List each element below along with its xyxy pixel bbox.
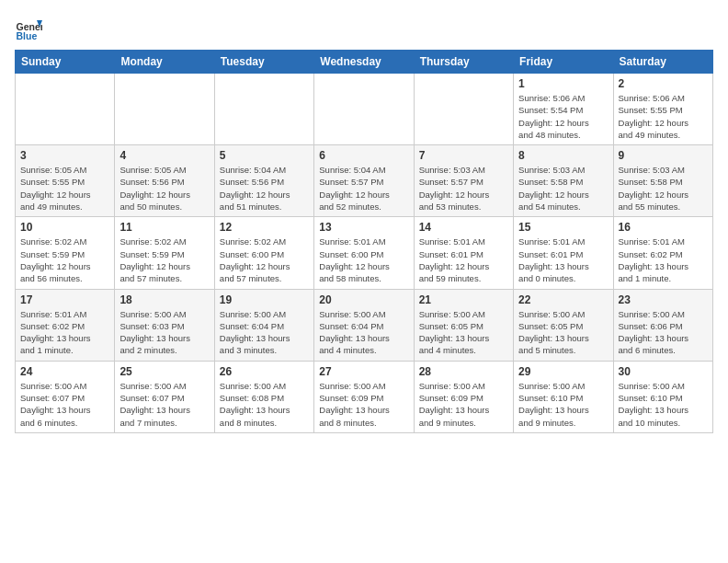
calendar-cell: 8Sunrise: 5:03 AM Sunset: 5:58 PM Daylig…: [514, 145, 613, 217]
day-number: 8: [518, 149, 608, 162]
calendar-cell: [214, 74, 313, 145]
day-number: 10: [20, 221, 109, 234]
day-info: Sunrise: 5:06 AM Sunset: 5:55 PM Dayligh…: [619, 92, 708, 141]
day-number: 6: [319, 149, 408, 162]
day-info: Sunrise: 5:05 AM Sunset: 5:55 PM Dayligh…: [20, 164, 109, 213]
calendar-cell: 13Sunrise: 5:01 AM Sunset: 6:00 PM Dayli…: [314, 217, 414, 289]
calendar-cell: 14Sunrise: 5:01 AM Sunset: 6:01 PM Dayli…: [414, 217, 513, 289]
calendar-cell: 1Sunrise: 5:06 AM Sunset: 5:54 PM Daylig…: [514, 74, 613, 145]
calendar-cell: 28Sunrise: 5:00 AM Sunset: 6:09 PM Dayli…: [414, 361, 513, 432]
weekday-header-tuesday: Tuesday: [214, 51, 313, 74]
weekday-header-sunday: Sunday: [16, 51, 115, 74]
calendar-cell: 10Sunrise: 5:02 AM Sunset: 5:59 PM Dayli…: [16, 217, 115, 289]
day-info: Sunrise: 5:03 AM Sunset: 5:58 PM Dayligh…: [518, 164, 608, 213]
calendar-cell: [16, 74, 115, 145]
day-number: 2: [619, 77, 708, 90]
day-info: Sunrise: 5:04 AM Sunset: 5:57 PM Dayligh…: [319, 164, 408, 213]
day-number: 7: [419, 149, 508, 162]
calendar-cell: 30Sunrise: 5:00 AM Sunset: 6:10 PM Dayli…: [613, 361, 712, 432]
calendar-cell: 7Sunrise: 5:03 AM Sunset: 5:57 PM Daylig…: [414, 145, 513, 217]
calendar-cell: 26Sunrise: 5:00 AM Sunset: 6:08 PM Dayli…: [214, 361, 313, 432]
day-number: 5: [220, 149, 309, 162]
day-info: Sunrise: 5:01 AM Sunset: 6:01 PM Dayligh…: [419, 236, 508, 284]
day-number: 14: [419, 221, 508, 234]
day-number: 28: [419, 365, 508, 378]
day-number: 15: [518, 221, 608, 234]
day-number: 29: [518, 365, 608, 378]
day-number: 23: [619, 293, 708, 306]
day-info: Sunrise: 5:00 AM Sunset: 6:09 PM Dayligh…: [319, 380, 408, 429]
weekday-header-thursday: Thursday: [414, 51, 513, 74]
calendar: SundayMondayTuesdayWednesdayThursdayFrid…: [15, 50, 713, 433]
logo: General Blue: [15, 15, 46, 42]
day-info: Sunrise: 5:00 AM Sunset: 6:07 PM Dayligh…: [119, 380, 209, 429]
calendar-cell: 17Sunrise: 5:01 AM Sunset: 6:02 PM Dayli…: [16, 289, 115, 361]
day-number: 11: [119, 221, 209, 234]
day-info: Sunrise: 5:03 AM Sunset: 5:57 PM Dayligh…: [419, 164, 508, 213]
day-number: 9: [619, 149, 708, 162]
day-info: Sunrise: 5:06 AM Sunset: 5:54 PM Dayligh…: [518, 92, 608, 141]
day-info: Sunrise: 5:00 AM Sunset: 6:05 PM Dayligh…: [419, 308, 508, 357]
day-number: 24: [20, 365, 109, 378]
calendar-cell: 24Sunrise: 5:00 AM Sunset: 6:07 PM Dayli…: [16, 361, 115, 432]
day-info: Sunrise: 5:03 AM Sunset: 5:58 PM Dayligh…: [619, 164, 708, 213]
calendar-cell: 27Sunrise: 5:00 AM Sunset: 6:09 PM Dayli…: [314, 361, 414, 432]
day-info: Sunrise: 5:02 AM Sunset: 6:00 PM Dayligh…: [220, 236, 309, 284]
day-number: 4: [119, 149, 209, 162]
calendar-cell: 5Sunrise: 5:04 AM Sunset: 5:56 PM Daylig…: [214, 145, 313, 217]
calendar-cell: 29Sunrise: 5:00 AM Sunset: 6:10 PM Dayli…: [514, 361, 613, 432]
week-row-4: 17Sunrise: 5:01 AM Sunset: 6:02 PM Dayli…: [16, 289, 713, 361]
day-number: 20: [319, 293, 408, 306]
week-row-3: 10Sunrise: 5:02 AM Sunset: 5:59 PM Dayli…: [16, 217, 713, 289]
calendar-cell: 3Sunrise: 5:05 AM Sunset: 5:55 PM Daylig…: [16, 145, 115, 217]
calendar-cell: 19Sunrise: 5:00 AM Sunset: 6:04 PM Dayli…: [214, 289, 313, 361]
day-info: Sunrise: 5:01 AM Sunset: 6:02 PM Dayligh…: [20, 308, 109, 357]
day-info: Sunrise: 5:02 AM Sunset: 5:59 PM Dayligh…: [119, 236, 209, 284]
day-info: Sunrise: 5:05 AM Sunset: 5:56 PM Dayligh…: [119, 164, 209, 213]
day-number: 27: [319, 365, 408, 378]
day-number: 16: [619, 221, 708, 234]
day-info: Sunrise: 5:00 AM Sunset: 6:10 PM Dayligh…: [619, 380, 708, 429]
day-number: 25: [119, 365, 209, 378]
week-row-2: 3Sunrise: 5:05 AM Sunset: 5:55 PM Daylig…: [16, 145, 713, 217]
day-info: Sunrise: 5:00 AM Sunset: 6:08 PM Dayligh…: [220, 380, 309, 429]
day-info: Sunrise: 5:00 AM Sunset: 6:05 PM Dayligh…: [518, 308, 608, 357]
calendar-cell: 2Sunrise: 5:06 AM Sunset: 5:55 PM Daylig…: [613, 74, 712, 145]
calendar-cell: 23Sunrise: 5:00 AM Sunset: 6:06 PM Dayli…: [613, 289, 712, 361]
day-number: 26: [220, 365, 309, 378]
week-row-1: 1Sunrise: 5:06 AM Sunset: 5:54 PM Daylig…: [16, 74, 713, 145]
calendar-cell: 25Sunrise: 5:00 AM Sunset: 6:07 PM Dayli…: [115, 361, 214, 432]
day-number: 1: [518, 77, 608, 90]
calendar-cell: 16Sunrise: 5:01 AM Sunset: 6:02 PM Dayli…: [613, 217, 712, 289]
svg-text:Blue: Blue: [17, 30, 38, 41]
calendar-cell: 11Sunrise: 5:02 AM Sunset: 5:59 PM Dayli…: [115, 217, 214, 289]
weekday-header-friday: Friday: [514, 51, 613, 74]
calendar-cell: 20Sunrise: 5:00 AM Sunset: 6:04 PM Dayli…: [314, 289, 414, 361]
day-info: Sunrise: 5:01 AM Sunset: 6:00 PM Dayligh…: [319, 236, 408, 284]
calendar-cell: [414, 74, 513, 145]
day-info: Sunrise: 5:01 AM Sunset: 6:01 PM Dayligh…: [518, 236, 608, 284]
day-info: Sunrise: 5:04 AM Sunset: 5:56 PM Dayligh…: [220, 164, 309, 213]
day-number: 12: [220, 221, 309, 234]
calendar-cell: [115, 74, 214, 145]
day-number: 13: [319, 221, 408, 234]
calendar-cell: 22Sunrise: 5:00 AM Sunset: 6:05 PM Dayli…: [514, 289, 613, 361]
week-row-5: 24Sunrise: 5:00 AM Sunset: 6:07 PM Dayli…: [16, 361, 713, 432]
day-info: Sunrise: 5:01 AM Sunset: 6:02 PM Dayligh…: [619, 236, 708, 284]
day-info: Sunrise: 5:00 AM Sunset: 6:06 PM Dayligh…: [619, 308, 708, 357]
page-header: General Blue: [15, 15, 713, 42]
day-number: 3: [20, 149, 109, 162]
weekday-header-wednesday: Wednesday: [314, 51, 414, 74]
day-info: Sunrise: 5:00 AM Sunset: 6:07 PM Dayligh…: [20, 380, 109, 429]
day-number: 22: [518, 293, 608, 306]
calendar-cell: 12Sunrise: 5:02 AM Sunset: 6:00 PM Dayli…: [214, 217, 313, 289]
day-number: 19: [220, 293, 309, 306]
day-number: 18: [119, 293, 209, 306]
day-number: 17: [20, 293, 109, 306]
weekday-header-monday: Monday: [115, 51, 214, 74]
calendar-cell: 9Sunrise: 5:03 AM Sunset: 5:58 PM Daylig…: [613, 145, 712, 217]
logo-icon: General Blue: [15, 15, 42, 42]
day-info: Sunrise: 5:02 AM Sunset: 5:59 PM Dayligh…: [20, 236, 109, 284]
calendar-cell: 21Sunrise: 5:00 AM Sunset: 6:05 PM Dayli…: [414, 289, 513, 361]
calendar-cell: 6Sunrise: 5:04 AM Sunset: 5:57 PM Daylig…: [314, 145, 414, 217]
